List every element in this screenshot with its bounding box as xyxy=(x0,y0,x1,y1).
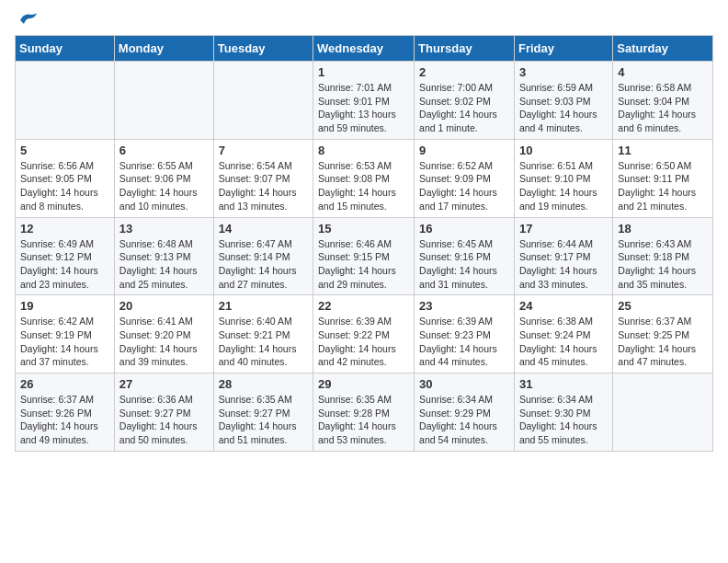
day-number: 5 xyxy=(20,144,109,157)
day-number: 19 xyxy=(20,299,109,313)
day-cell-13: 13Sunrise: 6:48 AMSunset: 9:13 PMDayligh… xyxy=(114,217,213,295)
page-header xyxy=(15,15,713,26)
day-info: Sunrise: 6:56 AMSunset: 9:05 PMDaylight:… xyxy=(20,159,109,213)
empty-cell xyxy=(613,373,713,452)
day-number: 23 xyxy=(419,299,509,313)
daylight-line: Daylight: 14 hours and 37 minutes. xyxy=(20,343,98,368)
daylight-line: Daylight: 14 hours and 25 minutes. xyxy=(119,265,198,290)
day-cell-30: 30Sunrise: 6:34 AMSunset: 9:29 PMDayligh… xyxy=(415,373,515,452)
sunset-line: Sunset: 9:25 PM xyxy=(618,329,689,340)
daylight-line: Daylight: 14 hours and 10 minutes. xyxy=(119,187,198,212)
day-number: 26 xyxy=(20,377,109,391)
sunrise-line: Sunrise: 6:52 AM xyxy=(419,160,493,171)
day-info: Sunrise: 6:40 AMSunset: 9:21 PMDaylight:… xyxy=(219,315,308,369)
sunset-line: Sunset: 9:23 PM xyxy=(419,329,491,340)
day-number: 2 xyxy=(419,65,509,79)
sunrise-line: Sunrise: 6:36 AM xyxy=(119,394,193,405)
daylight-line: Daylight: 14 hours and 13 minutes. xyxy=(219,187,297,212)
day-cell-10: 10Sunrise: 6:51 AMSunset: 9:10 PMDayligh… xyxy=(514,139,612,217)
sunrise-line: Sunrise: 6:38 AM xyxy=(519,316,593,327)
sunrise-line: Sunrise: 6:42 AM xyxy=(20,316,94,327)
daylight-line: Daylight: 14 hours and 40 minutes. xyxy=(219,343,297,368)
day-info: Sunrise: 6:34 AMSunset: 9:29 PMDaylight:… xyxy=(419,393,509,447)
day-cell-22: 22Sunrise: 6:39 AMSunset: 9:22 PMDayligh… xyxy=(313,295,415,373)
day-info: Sunrise: 6:52 AMSunset: 9:09 PMDaylight:… xyxy=(419,159,509,213)
sunrise-line: Sunrise: 6:40 AM xyxy=(219,316,292,327)
sunrise-line: Sunrise: 6:55 AM xyxy=(119,160,193,171)
sunset-line: Sunset: 9:04 PM xyxy=(618,96,689,107)
week-row-4: 19Sunrise: 6:42 AMSunset: 9:19 PMDayligh… xyxy=(16,295,713,373)
day-info: Sunrise: 6:59 AMSunset: 9:03 PMDaylight:… xyxy=(519,81,608,135)
empty-cell xyxy=(114,62,213,140)
day-cell-11: 11Sunrise: 6:50 AMSunset: 9:11 PMDayligh… xyxy=(613,139,713,217)
day-number: 29 xyxy=(318,377,409,391)
day-info: Sunrise: 6:51 AMSunset: 9:10 PMDaylight:… xyxy=(519,159,608,213)
weekday-header-wednesday: Wednesday xyxy=(313,36,415,62)
sunset-line: Sunset: 9:08 PM xyxy=(318,173,390,184)
day-cell-1: 1Sunrise: 7:01 AMSunset: 9:01 PMDaylight… xyxy=(313,62,415,140)
sunrise-line: Sunrise: 6:39 AM xyxy=(419,316,493,327)
day-cell-27: 27Sunrise: 6:36 AMSunset: 9:27 PMDayligh… xyxy=(114,373,213,452)
sunrise-line: Sunrise: 6:48 AM xyxy=(119,238,193,249)
logo xyxy=(15,15,39,26)
day-info: Sunrise: 6:45 AMSunset: 9:16 PMDaylight:… xyxy=(419,237,509,292)
sunrise-line: Sunrise: 6:56 AM xyxy=(20,160,94,171)
day-number: 8 xyxy=(318,144,409,157)
weekday-header-monday: Monday xyxy=(114,36,213,62)
day-number: 27 xyxy=(119,377,209,391)
day-info: Sunrise: 6:49 AMSunset: 9:12 PMDaylight:… xyxy=(20,237,109,292)
sunset-line: Sunset: 9:06 PM xyxy=(119,173,191,184)
sunset-line: Sunset: 9:11 PM xyxy=(618,173,689,184)
day-number: 9 xyxy=(419,144,509,157)
sunset-line: Sunset: 9:07 PM xyxy=(219,173,290,184)
day-info: Sunrise: 6:55 AMSunset: 9:06 PMDaylight:… xyxy=(119,159,209,213)
sunset-line: Sunset: 9:05 PM xyxy=(20,173,92,184)
day-cell-6: 6Sunrise: 6:55 AMSunset: 9:06 PMDaylight… xyxy=(114,139,213,217)
day-number: 6 xyxy=(119,144,209,157)
day-cell-4: 4Sunrise: 6:58 AMSunset: 9:04 PMDaylight… xyxy=(613,62,713,140)
weekday-header-thursday: Thursday xyxy=(415,36,515,62)
sunrise-line: Sunrise: 6:34 AM xyxy=(519,394,593,405)
sunset-line: Sunset: 9:01 PM xyxy=(318,96,390,107)
sunset-line: Sunset: 9:09 PM xyxy=(419,173,491,184)
daylight-line: Daylight: 14 hours and 35 minutes. xyxy=(618,265,696,290)
daylight-line: Daylight: 14 hours and 33 minutes. xyxy=(519,265,597,290)
daylight-line: Daylight: 14 hours and 53 minutes. xyxy=(318,420,396,445)
sunrise-line: Sunrise: 6:35 AM xyxy=(318,394,392,405)
day-cell-23: 23Sunrise: 6:39 AMSunset: 9:23 PMDayligh… xyxy=(415,295,515,373)
sunrise-line: Sunrise: 6:39 AM xyxy=(318,316,392,327)
sunrise-line: Sunrise: 6:43 AM xyxy=(618,238,691,249)
day-cell-24: 24Sunrise: 6:38 AMSunset: 9:24 PMDayligh… xyxy=(514,295,612,373)
daylight-line: Daylight: 14 hours and 54 minutes. xyxy=(419,420,497,445)
day-cell-31: 31Sunrise: 6:34 AMSunset: 9:30 PMDayligh… xyxy=(514,373,612,452)
week-row-1: 1Sunrise: 7:01 AMSunset: 9:01 PMDaylight… xyxy=(16,62,713,140)
sunrise-line: Sunrise: 6:49 AM xyxy=(20,238,94,249)
day-number: 18 xyxy=(618,222,708,236)
sunset-line: Sunset: 9:13 PM xyxy=(119,251,191,262)
day-cell-12: 12Sunrise: 6:49 AMSunset: 9:12 PMDayligh… xyxy=(16,217,115,295)
day-cell-2: 2Sunrise: 7:00 AMSunset: 9:02 PMDaylight… xyxy=(415,62,515,140)
daylight-line: Daylight: 14 hours and 15 minutes. xyxy=(318,187,396,212)
sunset-line: Sunset: 9:27 PM xyxy=(119,408,191,419)
week-row-3: 12Sunrise: 6:49 AMSunset: 9:12 PMDayligh… xyxy=(16,217,713,295)
day-number: 25 xyxy=(618,299,708,313)
day-number: 24 xyxy=(519,299,608,313)
sunrise-line: Sunrise: 6:47 AM xyxy=(219,238,292,249)
day-info: Sunrise: 6:50 AMSunset: 9:11 PMDaylight:… xyxy=(618,159,708,213)
logo-bird-icon xyxy=(17,11,39,29)
day-cell-17: 17Sunrise: 6:44 AMSunset: 9:17 PMDayligh… xyxy=(514,217,612,295)
daylight-line: Daylight: 14 hours and 55 minutes. xyxy=(519,420,597,445)
day-info: Sunrise: 6:42 AMSunset: 9:19 PMDaylight:… xyxy=(20,315,109,369)
week-row-2: 5Sunrise: 6:56 AMSunset: 9:05 PMDaylight… xyxy=(16,139,713,217)
sunset-line: Sunset: 9:24 PM xyxy=(519,329,591,340)
day-cell-29: 29Sunrise: 6:35 AMSunset: 9:28 PMDayligh… xyxy=(313,373,415,452)
day-info: Sunrise: 6:34 AMSunset: 9:30 PMDaylight:… xyxy=(519,393,608,447)
sunrise-line: Sunrise: 6:53 AM xyxy=(318,160,392,171)
day-cell-20: 20Sunrise: 6:41 AMSunset: 9:20 PMDayligh… xyxy=(114,295,213,373)
week-row-5: 26Sunrise: 6:37 AMSunset: 9:26 PMDayligh… xyxy=(16,373,713,452)
day-info: Sunrise: 6:58 AMSunset: 9:04 PMDaylight:… xyxy=(618,81,708,135)
sunset-line: Sunset: 9:21 PM xyxy=(219,329,290,340)
daylight-line: Daylight: 14 hours and 50 minutes. xyxy=(119,420,198,445)
sunrise-line: Sunrise: 6:59 AM xyxy=(519,82,593,93)
sunset-line: Sunset: 9:28 PM xyxy=(318,408,390,419)
